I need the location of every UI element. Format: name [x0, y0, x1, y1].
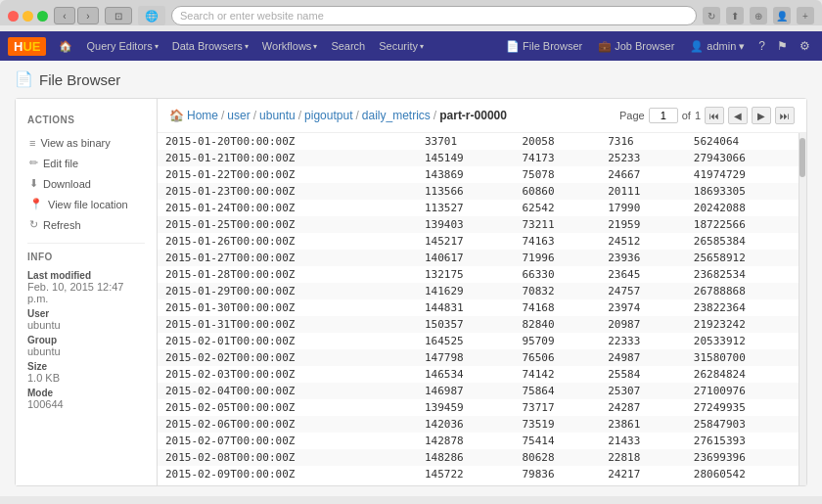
table-cell: 75864 — [514, 383, 600, 399]
table-cell: 144831 — [417, 299, 515, 316]
table-cell: 139403 — [417, 216, 515, 233]
table-cell: 24287 — [600, 399, 686, 416]
bookmark-button[interactable]: ⊕ — [750, 7, 767, 24]
table-cell: 113527 — [417, 200, 515, 216]
scrollbar-track — [799, 133, 806, 485]
table-row: 2015-01-28T00:00:00Z13217566330236452368… — [158, 266, 806, 283]
table-cell: 74163 — [514, 233, 600, 250]
table-cell: 70832 — [514, 283, 600, 299]
share-button[interactable]: ⬆ — [726, 7, 744, 24]
nav-search[interactable]: Search — [324, 31, 372, 61]
table-cell: 143869 — [417, 166, 515, 183]
table-cell: 23682534 — [686, 266, 806, 283]
table-cell: 142036 — [417, 416, 515, 433]
view-as-binary-button[interactable]: ≡ View as binary — [27, 133, 145, 153]
nav-job-browser[interactable]: 💼 Job Browser — [592, 31, 680, 61]
breadcrumb-sep-4: / — [355, 109, 358, 122]
table-cell: 62542 — [514, 200, 600, 216]
table-cell: 2015-01-20T00:00:00Z — [158, 133, 417, 150]
flag-button[interactable]: ⚑ — [773, 39, 792, 53]
help-button[interactable]: ? — [754, 39, 769, 53]
location-icon: 📍 — [29, 198, 43, 210]
menu-button[interactable]: + — [797, 7, 814, 24]
maximize-button[interactable] — [37, 11, 48, 22]
download-button[interactable]: ⬇ Download — [27, 173, 145, 194]
workflows-label: Workflows — [262, 40, 312, 52]
table-cell: 26585384 — [686, 233, 806, 250]
refresh-label: Refresh — [43, 219, 81, 231]
breadcrumb-ubuntu[interactable]: ubuntu — [259, 109, 296, 122]
breadcrumb-home[interactable]: Home — [187, 109, 218, 122]
table-row: 2015-02-07T00:00:00Z14287875414214332761… — [158, 433, 806, 449]
home-icon: 🏠 — [59, 40, 72, 53]
group-value: ubuntu — [27, 345, 145, 357]
table-cell: 74173 — [514, 150, 600, 166]
table-cell: 73211 — [514, 216, 600, 233]
close-button[interactable] — [8, 11, 19, 22]
last-page-button[interactable]: ⏭ — [775, 107, 795, 124]
table-cell: 141629 — [417, 283, 515, 299]
prev-page-button[interactable]: ◀ — [728, 107, 748, 124]
address-bar[interactable]: Search or enter website name — [171, 6, 697, 25]
refresh-button[interactable]: ↻ Refresh — [27, 214, 145, 235]
edit-file-button[interactable]: ✏ Edit file — [27, 153, 145, 173]
view-file-location-button[interactable]: 📍 View file location — [27, 194, 145, 214]
table-cell: 27249935 — [686, 399, 806, 416]
user-button[interactable]: 👤 — [773, 7, 791, 24]
breadcrumb-user[interactable]: user — [227, 109, 250, 122]
tab-button[interactable]: ⊡ — [105, 7, 132, 24]
nav-query-editors[interactable]: Query Editors ▾ — [79, 31, 164, 61]
table-cell: 23645 — [600, 266, 686, 283]
table-cell: 2015-02-03T00:00:00Z — [158, 366, 417, 383]
table-cell: 21433 — [600, 433, 686, 449]
scrollbar-thumb[interactable] — [799, 138, 805, 177]
breadcrumb: 🏠 Home / user / ubuntu / pigoutput / dai… — [158, 99, 806, 133]
nav-file-browser[interactable]: 📄 File Browser — [500, 31, 588, 61]
view-binary-icon: ≡ — [29, 137, 35, 149]
table-cell: 2015-01-23T00:00:00Z — [158, 183, 417, 200]
settings-button[interactable]: ⚙ — [796, 39, 814, 53]
breadcrumb-sep-1: / — [221, 109, 224, 122]
reload-button[interactable]: ↻ — [703, 7, 720, 24]
breadcrumb-pigoutput[interactable]: pigoutput — [304, 109, 352, 122]
table-cell: 24757 — [600, 283, 686, 299]
mode-value: 100644 — [27, 398, 145, 410]
next-page-button[interactable]: ▶ — [752, 107, 771, 124]
edit-file-label: Edit file — [43, 158, 78, 169]
back-button[interactable]: ‹ — [54, 7, 75, 24]
file-area: 🏠 Home / user / ubuntu / pigoutput / dai… — [158, 99, 806, 485]
nav-admin[interactable]: 👤 admin ▾ — [684, 31, 751, 61]
nav-data-browsers[interactable]: Data Browsers ▾ — [165, 31, 255, 61]
table-cell: 41974729 — [686, 166, 806, 183]
table-cell: 20987 — [600, 316, 686, 333]
sidebar: ACTIONS ≡ View as binary ✏ Edit file ⬇ D… — [16, 99, 158, 485]
table-cell: 75414 — [514, 433, 600, 449]
view-binary-label: View as binary — [40, 137, 110, 149]
table-cell: 5624064 — [686, 133, 806, 150]
admin-arrow: ▾ — [739, 40, 745, 53]
table-row: 2015-02-08T00:00:00Z14828680628228182369… — [158, 449, 806, 466]
security-label: Security — [379, 40, 418, 52]
data-browsers-label: Data Browsers — [172, 40, 243, 52]
forward-button[interactable]: › — [77, 7, 99, 24]
nav-workflows[interactable]: Workflows ▾ — [255, 31, 325, 61]
table-cell: 113566 — [417, 183, 515, 200]
view-location-label: View file location — [48, 199, 128, 210]
table-row: 2015-01-25T00:00:00Z13940373211219591872… — [158, 216, 806, 233]
table-row: 2015-02-03T00:00:00Z14653474142255842628… — [158, 366, 806, 383]
table-cell: 2015-01-24T00:00:00Z — [158, 200, 417, 216]
table-cell: 2015-01-25T00:00:00Z — [158, 216, 417, 233]
nav-home[interactable]: 🏠 — [52, 31, 79, 61]
table-cell: 71996 — [514, 250, 600, 266]
minimize-button[interactable] — [23, 11, 33, 22]
address-text: Search or enter website name — [180, 10, 324, 22]
page-input[interactable] — [649, 108, 678, 123]
query-editors-arrow: ▾ — [155, 42, 159, 51]
table-cell: 28060542 — [686, 466, 806, 482]
breadcrumb-daily-metrics[interactable]: daily_metrics — [362, 109, 431, 122]
table-cell: 2015-01-27T00:00:00Z — [158, 250, 417, 266]
first-page-button[interactable]: ⏮ — [705, 107, 724, 124]
table-cell: 2015-02-06T00:00:00Z — [158, 416, 417, 433]
nav-security[interactable]: Security ▾ — [372, 31, 431, 61]
table-cell: 140617 — [417, 250, 515, 266]
